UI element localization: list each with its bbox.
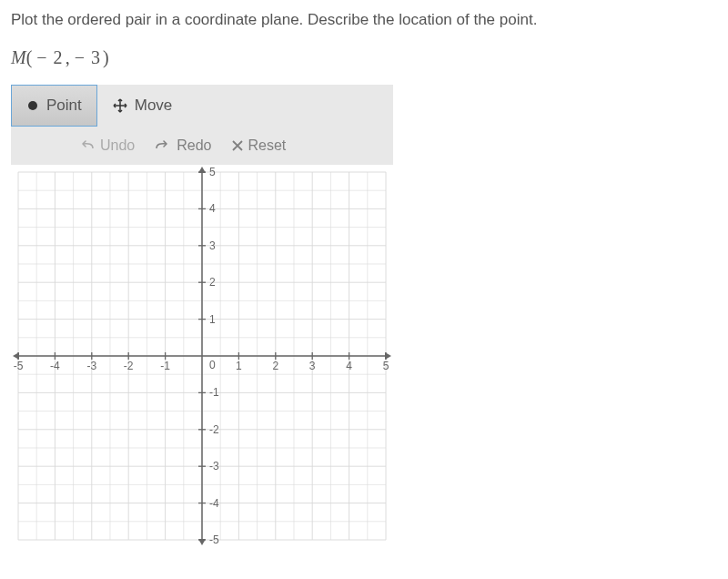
svg-text:-5: -5: [14, 360, 24, 372]
question-text: Plot the ordered pair in a coordinate pl…: [11, 9, 717, 31]
svg-text:-4: -4: [50, 360, 60, 372]
reset-label: Reset: [248, 137, 287, 154]
svg-text:4: 4: [209, 202, 216, 215]
redo-button[interactable]: Redo: [155, 137, 211, 154]
svg-text:-2: -2: [209, 423, 219, 436]
svg-text:3: 3: [309, 360, 316, 372]
svg-text:2: 2: [209, 276, 216, 289]
reset-button[interactable]: Reset: [232, 137, 287, 154]
move-icon: [113, 98, 127, 113]
tab-move-label: Move: [135, 96, 173, 115]
point-x: − 2: [33, 47, 65, 68]
point-y: − 3: [71, 47, 103, 68]
svg-text:-4: -4: [209, 496, 219, 509]
coordinate-plane[interactable]: -5-4-3-2-1012345-5-4-3-2-112345: [11, 165, 393, 547]
svg-text:1: 1: [236, 360, 242, 372]
svg-text:-1: -1: [209, 386, 219, 399]
svg-text:4: 4: [346, 360, 352, 372]
point-open: (: [26, 47, 34, 67]
tab-move[interactable]: Move: [97, 85, 188, 127]
redo-icon: [155, 140, 171, 151]
svg-text:-1: -1: [160, 360, 170, 372]
undo-label: Undo: [100, 137, 135, 154]
svg-text:2: 2: [272, 360, 278, 372]
svg-text:1: 1: [209, 312, 216, 325]
point-expression: M(− 2,− 3): [11, 47, 717, 68]
redo-label: Redo: [177, 137, 211, 154]
svg-text:-2: -2: [124, 360, 134, 372]
graph-svg[interactable]: -5-4-3-2-1012345-5-4-3-2-112345: [11, 165, 393, 547]
point-letter: M: [11, 47, 26, 67]
plot-tool: Point Move Undo: [11, 85, 393, 547]
svg-text:0: 0: [209, 359, 216, 371]
svg-text:5: 5: [209, 166, 216, 178]
tab-point[interactable]: Point: [11, 85, 97, 127]
tool-actions: Undo Redo Reset: [11, 127, 393, 165]
undo-button[interactable]: Undo: [78, 137, 135, 154]
svg-text:-3: -3: [209, 460, 219, 472]
point-close: ): [103, 47, 110, 67]
svg-point-0: [28, 101, 37, 110]
svg-text:3: 3: [209, 239, 216, 252]
tool-tabs: Point Move: [11, 85, 393, 127]
svg-text:-3: -3: [86, 360, 96, 372]
dot-icon: [26, 99, 39, 112]
svg-text:-5: -5: [209, 533, 219, 546]
tab-point-label: Point: [46, 96, 82, 115]
svg-text:5: 5: [383, 360, 389, 372]
undo-icon: [78, 140, 95, 151]
close-icon: [232, 140, 243, 151]
